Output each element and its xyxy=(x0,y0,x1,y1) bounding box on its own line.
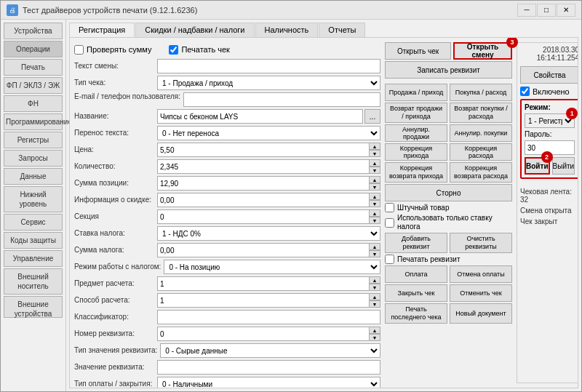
close-check-button[interactable]: Закрыть чек xyxy=(385,284,447,302)
name-input[interactable] xyxy=(157,109,363,124)
sidebar-item-external-media[interactable]: Внешний носитель xyxy=(4,268,63,295)
price-spin-down[interactable]: ▼ xyxy=(369,150,380,157)
discount-info-label: Информация о скидке: xyxy=(74,196,154,204)
section-spin-up[interactable]: ▲ xyxy=(369,209,380,217)
price-input[interactable] xyxy=(157,143,369,157)
logout-button[interactable]: Выйти xyxy=(552,157,575,175)
position-sum-spin-down[interactable]: ▼ xyxy=(369,183,380,191)
sidebar-item-programming[interactable]: Программирование xyxy=(4,113,63,130)
sidebar-item-operations[interactable]: Операции xyxy=(4,41,63,57)
position-sum-input[interactable] xyxy=(157,176,369,191)
sale-income-button[interactable]: Продажа / приход xyxy=(385,84,447,101)
cancel-payment-button[interactable]: Отмена оплаты xyxy=(450,265,512,283)
payment-type-select[interactable]: 0 - Наличными xyxy=(157,377,380,388)
tax-sum-spin-down[interactable]: ▼ xyxy=(369,250,380,257)
cancel-purchase-button[interactable]: Аннулир. покупки xyxy=(450,124,512,142)
text-transfer-select[interactable]: 0 - Нет переноса xyxy=(157,126,380,140)
requisite-num-input[interactable] xyxy=(157,327,369,341)
correction-return-income-button[interactable]: Коррекция возврата прихода xyxy=(385,162,447,183)
sidebar-item-fn[interactable]: ФН xyxy=(4,95,63,112)
price-spin-up[interactable]: ▲ xyxy=(369,143,380,150)
requisite-value-input[interactable] xyxy=(157,360,380,375)
sidebar-item-print[interactable]: Печать xyxy=(4,59,63,76)
properties-button[interactable]: Свойства xyxy=(520,66,578,84)
print-last-check-button[interactable]: Печать последнего чека xyxy=(385,303,447,324)
tax-sum-spin-up[interactable]: ▲ xyxy=(369,243,380,250)
discount-info-input[interactable] xyxy=(157,193,369,207)
undo-button[interactable]: Сторно xyxy=(385,184,512,201)
payment-method-spin-up[interactable]: ▲ xyxy=(369,293,380,300)
return-purchase-button[interactable]: Возврат покупки / расхода xyxy=(450,103,512,123)
sidebar-item-lower-level[interactable]: Нижний уровень xyxy=(4,186,63,212)
payment-subject-input[interactable] xyxy=(157,276,369,291)
correction-return-expense-button[interactable]: Коррекция возврата расхода xyxy=(450,162,512,183)
tax-rate-select[interactable]: 1 - НДС 0% xyxy=(157,226,380,241)
payment-method-spin-down[interactable]: ▼ xyxy=(369,300,380,308)
sidebar-item-data[interactable]: Данные xyxy=(4,168,63,185)
sidebar-item-protection-codes[interactable]: Коды защиты xyxy=(4,232,63,249)
close-button[interactable]: ✕ xyxy=(557,4,575,17)
classifier-input[interactable] xyxy=(157,310,380,324)
tax-sum-input[interactable] xyxy=(157,243,369,257)
tab-cash[interactable]: Наличность xyxy=(255,23,319,37)
sidebar-item-fp[interactable]: ФП / ЭКЛЗ / ЭЖ xyxy=(4,77,63,94)
tab-registration[interactable]: Регистрация xyxy=(69,23,135,37)
payment-method-input[interactable] xyxy=(157,293,369,308)
open-shift-button[interactable]: Открыть смену xyxy=(453,42,512,60)
print-requisite-checkbox[interactable] xyxy=(385,255,394,264)
sidebar-item-external-devices[interactable]: Внешние устройства xyxy=(4,296,63,318)
minimize-button[interactable]: ─ xyxy=(517,4,536,17)
check-sum-label: Проверять сумму xyxy=(87,45,151,54)
open-check-button[interactable]: Открыть чек xyxy=(385,42,451,60)
quantity-spin-down[interactable]: ▼ xyxy=(369,167,380,174)
payment-method-row: Способ расчета: ▲ ▼ xyxy=(74,293,380,308)
correction-expense-button[interactable]: Коррекция расхода xyxy=(450,143,512,161)
shift-text-input[interactable] xyxy=(157,59,380,73)
requisite-num-input-group: ▲ ▼ xyxy=(157,327,380,341)
cancel-check-button[interactable]: Отменить чек xyxy=(450,284,512,302)
requisite-num-spin-down[interactable]: ▼ xyxy=(369,334,380,341)
sidebar-item-queries[interactable]: Запросы xyxy=(4,150,63,167)
section-input[interactable] xyxy=(157,209,369,224)
check-sum-checkbox[interactable] xyxy=(74,45,84,55)
return-row: Возврат продажи / прихода Возврат покупк… xyxy=(385,103,512,123)
requisite-type-select[interactable]: 0 - Сырые данные xyxy=(160,343,380,358)
discount-info-spin-up[interactable]: ▲ xyxy=(369,193,380,200)
position-sum-spin-up[interactable]: ▲ xyxy=(369,176,380,183)
write-requisite-button[interactable]: Записать реквизит xyxy=(385,61,512,79)
enabled-checkbox[interactable] xyxy=(520,87,530,96)
check-type-select[interactable]: 1 - Продажа / приход xyxy=(157,76,380,90)
add-requisite-button[interactable]: Добавить реквизит xyxy=(385,233,447,253)
payment-subject-row: Предмет расчета: ▲ ▼ xyxy=(74,276,380,291)
section-spin-down[interactable]: ▼ xyxy=(369,217,380,224)
sidebar-item-control[interactable]: Управление xyxy=(4,250,63,267)
payment-subject-spin-up[interactable]: ▲ xyxy=(369,276,380,284)
sidebar-item-devices[interactable]: Устройства xyxy=(4,23,63,39)
new-document-button[interactable]: Новый документ xyxy=(450,303,512,324)
purchase-expense-button[interactable]: Покупка / расход xyxy=(450,84,512,101)
payment-button[interactable]: Оплата xyxy=(385,265,447,283)
sidebar-item-service[interactable]: Сервис xyxy=(4,214,63,231)
name-browse-button[interactable]: ... xyxy=(364,109,380,124)
tab-reports[interactable]: Отчеты xyxy=(319,23,365,37)
cancel-sale-button[interactable]: Аннулир. продажи xyxy=(385,124,447,142)
requisite-num-spin-up[interactable]: ▲ xyxy=(369,327,380,334)
correction-income-button[interactable]: Коррекция прихода xyxy=(385,143,447,161)
discount-info-spin-down[interactable]: ▼ xyxy=(369,200,380,207)
clear-requisite-button[interactable]: Очистить реквизиты xyxy=(450,233,512,253)
quantity-input[interactable] xyxy=(157,159,369,174)
maximize-button[interactable]: □ xyxy=(537,4,556,17)
main-area: Регистрация Скидки / надбавки / налоги Н… xyxy=(66,20,581,391)
piece-goods-checkbox[interactable] xyxy=(385,203,394,212)
email-input[interactable] xyxy=(183,92,380,107)
print-check-checkbox[interactable] xyxy=(169,45,178,55)
payment-subject-spin-down[interactable]: ▼ xyxy=(369,284,380,291)
text-transfer-label: Перенос текста: xyxy=(74,129,154,137)
only-tax-rate-checkbox[interactable] xyxy=(385,218,394,228)
quantity-spin-up[interactable]: ▲ xyxy=(369,159,380,167)
tax-work-mode-select[interactable]: 0 - На позицию xyxy=(164,260,380,274)
sidebar-item-registers[interactable]: Регистры xyxy=(4,132,63,148)
return-sale-button[interactable]: Возврат продажи / прихода xyxy=(385,103,447,123)
badge-2: 2 xyxy=(541,151,553,163)
tab-discounts[interactable]: Скидки / надбавки / налоги xyxy=(135,23,254,37)
